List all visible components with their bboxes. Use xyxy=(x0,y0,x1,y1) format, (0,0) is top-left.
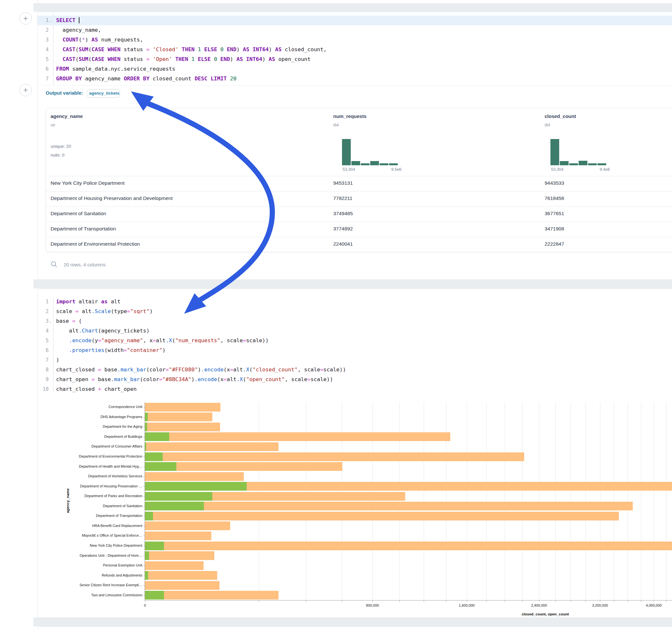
table-cell: 2222847 xyxy=(545,241,564,247)
cell-gap xyxy=(33,617,672,626)
x-axis-tick xyxy=(505,600,505,602)
table-cell[interactable]: Department of Environmental Protection xyxy=(51,241,140,247)
line-number: 3 xyxy=(38,35,49,45)
column-header[interactable]: num_requests xyxy=(333,114,367,119)
histogram-bar xyxy=(579,161,587,165)
column-type: i64 xyxy=(545,122,550,127)
bar-open xyxy=(145,442,146,451)
bar-closed xyxy=(145,522,230,530)
column-type: i64 xyxy=(333,122,339,127)
y-axis-label: Department of Consumer Affairs xyxy=(57,444,142,448)
bar-closed xyxy=(145,502,633,510)
fold-icon[interactable]: ⌄ xyxy=(50,16,53,26)
bar-closed xyxy=(145,512,619,520)
y-axis-label: Department of Homeless Services xyxy=(57,474,142,478)
histogram-max-label: 9.4e6 xyxy=(600,167,610,172)
x-axis-tick xyxy=(399,600,400,602)
gridline xyxy=(259,402,259,600)
bar-open xyxy=(145,462,176,471)
bar-open xyxy=(145,422,147,431)
bar-open xyxy=(145,482,247,491)
add-cell-button[interactable]: + xyxy=(20,12,32,25)
table-cell[interactable]: Department of Transportation xyxy=(51,226,116,232)
plot-area: Correspondence UnitDHS Advantage Program… xyxy=(145,402,672,601)
x-axis-tick-label: 4,000,000 xyxy=(631,603,672,607)
cell-gap xyxy=(33,3,672,12)
histogram-bar xyxy=(597,163,606,165)
code-line[interactable]: 6FROM sample_data.nyc.service_requests xyxy=(38,64,672,74)
y-axis-label: New York City Police Department xyxy=(57,543,142,547)
table-cell: 7782211 xyxy=(333,195,352,201)
bar-closed xyxy=(145,541,672,550)
line-number: 6 xyxy=(38,64,49,74)
gridline xyxy=(614,402,614,600)
code-text: COUNT(*) AS num_requests, xyxy=(56,35,143,45)
table-cell[interactable]: Department of Housing Preservation and D… xyxy=(51,195,173,201)
result-table: agency_namestrunique: 20nulls: 0num_requ… xyxy=(46,108,672,252)
y-axis-label: Department of Housing Preservation … xyxy=(57,484,142,488)
bar-closed xyxy=(145,532,211,540)
code-line[interactable]: 7GROUP BY agency_name ORDER BY closed_co… xyxy=(38,74,672,83)
gridline xyxy=(585,402,586,600)
add-cell-button[interactable]: + xyxy=(20,84,32,96)
histogram-bar xyxy=(588,163,597,165)
divider xyxy=(38,85,672,86)
table-cell: 9453131 xyxy=(333,180,353,186)
gridline xyxy=(600,402,600,600)
x-axis-tick xyxy=(654,600,654,602)
bar-closed xyxy=(145,432,450,441)
code-line[interactable]: 3 COUNT(*) AS num_requests, xyxy=(38,35,672,45)
text-cursor xyxy=(79,17,79,23)
row-count-label: 20 rows, 4 columns xyxy=(64,262,105,267)
column-stat: nulls: 0 xyxy=(51,153,65,158)
column-header[interactable]: closed_count xyxy=(545,114,576,119)
output-variable-row: Output variable:agency_tickets xyxy=(46,89,120,99)
x-axis-tick xyxy=(522,600,523,602)
y-axis-label: Department for the Aging xyxy=(57,425,142,429)
histogram-min-label: 53,304 xyxy=(343,167,355,172)
x-axis-tick xyxy=(486,600,486,602)
table-cell[interactable]: Department of Sanitation xyxy=(51,211,106,217)
code-line[interactable]: 4 CAST(SUM(CASE WHEN status = 'Closed' T… xyxy=(38,45,672,54)
y-axis-label: Mayorâ€ s Office of Special Enforce… xyxy=(57,533,142,537)
x-axis-tick xyxy=(539,600,539,602)
bar-closed xyxy=(145,591,279,600)
x-axis-tick-label: 1,600,000 xyxy=(444,603,489,607)
sql-cell: 1⌄SELECT 2 agency_name,3 COUNT(*) AS num… xyxy=(37,12,672,280)
histogram-bar xyxy=(389,163,398,165)
column-header[interactable]: agency_name xyxy=(51,114,83,119)
table-cell: 3774892 xyxy=(333,226,353,232)
bar-open xyxy=(145,551,149,560)
table-cell[interactable]: New York City Police Department xyxy=(51,180,124,186)
x-axis-tick xyxy=(641,600,641,602)
histogram-bar xyxy=(560,161,569,165)
output-variable-label: Output variable: xyxy=(46,90,83,96)
gridline xyxy=(666,402,667,600)
gridline xyxy=(486,402,486,600)
x-axis-tick-label: 0 xyxy=(122,603,168,607)
x-axis-tick xyxy=(666,600,667,602)
y-axis-label: DHS Advantage Programs xyxy=(57,415,142,419)
gridline xyxy=(628,402,628,600)
histogram-bar xyxy=(361,163,369,165)
histogram-bar xyxy=(352,161,360,165)
y-axis-label: HRA Benefit Card Replacement xyxy=(57,524,142,528)
sql-code-editor[interactable]: 1⌄SELECT 2 agency_name,3 COUNT(*) AS num… xyxy=(38,12,672,85)
search-icon[interactable] xyxy=(51,261,58,268)
x-axis-title: closed_count, open_count xyxy=(145,612,672,616)
bar-closed xyxy=(145,453,524,461)
code-line[interactable]: 2 agency_name, xyxy=(38,25,672,35)
gridline xyxy=(641,402,641,600)
y-axis-label: Correspondence Unit xyxy=(57,405,142,409)
column-type: str xyxy=(51,122,55,127)
code-line[interactable]: 1⌄SELECT xyxy=(38,16,672,25)
x-axis-tick xyxy=(555,600,556,602)
gridline xyxy=(654,402,654,600)
table-cell: 2240041 xyxy=(333,241,353,247)
histogram-bar xyxy=(569,163,578,165)
x-axis-tick xyxy=(342,600,342,602)
column-histogram xyxy=(342,139,398,165)
code-line[interactable]: 5 CAST(SUM(CASE WHEN status = 'Open' THE… xyxy=(38,54,672,64)
code-text: SELECT xyxy=(56,16,79,25)
output-variable-pill[interactable]: agency_tickets xyxy=(87,89,120,98)
